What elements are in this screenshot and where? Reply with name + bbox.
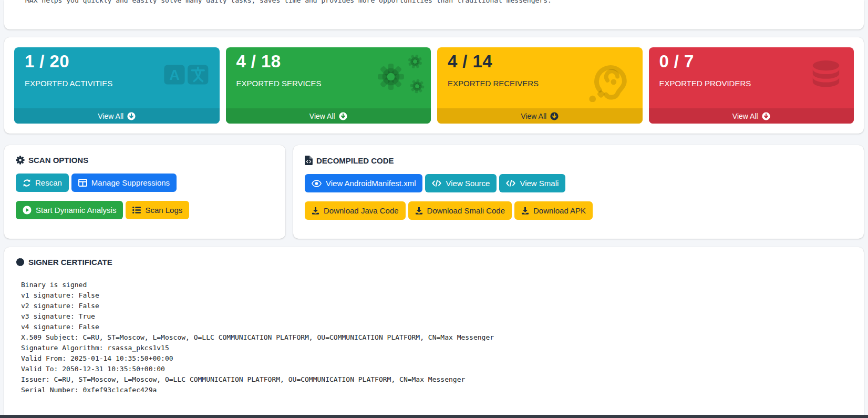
exported-activities-box: 1 / 20 EXPORTED ACTIVITIES A (14, 47, 220, 124)
exported-services-box: 4 / 18 EXPORTED SERVICES View All (226, 47, 431, 124)
certificate-icon (16, 258, 25, 267)
certificate-line: Binary is signed (21, 280, 852, 290)
assistive-listening-icon (586, 56, 632, 104)
certificate-details: Binary is signed v1 signature: False v2 … (21, 280, 852, 395)
button-label: Manage Suppressions (91, 178, 170, 187)
certificate-line: v4 signature: False (21, 322, 852, 332)
code-icon (506, 180, 515, 187)
eye-icon (312, 180, 322, 187)
button-row: Download Java Code Download Smali Code D… (305, 201, 852, 220)
view-all-receivers-link[interactable]: View All (437, 108, 643, 124)
certificate-line: Valid To: 2050-12-31 10:35:50+00:00 (21, 364, 852, 374)
button-row: View AndroidManifest.xml View Source Vie… (305, 174, 852, 192)
panel-title: SCAN OPTIONS (16, 156, 274, 165)
certificate-line: v3 signature: True (21, 311, 852, 322)
arrow-circle-down-icon (550, 112, 559, 120)
file-code-icon (305, 156, 313, 165)
certificate-line: Signature Algorithm: rsassa_pkcs1v15 (21, 343, 852, 353)
scan-logs-button[interactable]: Scan Logs (126, 201, 189, 219)
button-label: View Source (446, 179, 490, 188)
panel-title-text: DECOMPILED CODE (316, 156, 394, 165)
button-label: Start Dynamic Analysis (36, 206, 116, 215)
button-row: Rescan Manage Suppressions (16, 174, 274, 192)
button-label: View AndroidManifest.xml (326, 179, 416, 188)
language-icon: A (164, 62, 210, 89)
exported-components-card: 1 / 20 EXPORTED ACTIVITIES A (4, 37, 864, 134)
button-row: Start Dynamic Analysis Scan Logs (16, 201, 274, 219)
stat-row: 1 / 20 EXPORTED ACTIVITIES A (14, 47, 854, 124)
signer-certificate-panel: SIGNER CERTIFICATE Binary is signed v1 s… (4, 247, 864, 418)
view-all-label: View All (521, 112, 546, 120)
table-icon (78, 179, 87, 187)
database-icon (810, 58, 842, 96)
arrow-circle-down-icon (127, 112, 136, 120)
button-label: Download Java Code (324, 206, 399, 215)
view-all-activities-link[interactable]: View All (14, 108, 220, 124)
download-apk-button[interactable]: Download APK (514, 201, 593, 220)
decompiled-code-panel: DECOMPILED CODE View AndroidManifest.xml… (293, 145, 864, 239)
button-label: View Smali (520, 179, 559, 188)
panel-title: DECOMPILED CODE (305, 156, 852, 165)
view-source-button[interactable]: View Source (425, 174, 497, 192)
view-all-providers-link[interactable]: View All (649, 108, 854, 124)
download-icon (521, 207, 529, 215)
button-label: Download Smali Code (427, 206, 505, 215)
manage-suppressions-button[interactable]: Manage Suppressions (71, 174, 177, 192)
button-label: Rescan (35, 178, 62, 187)
exported-providers-box: 0 / 7 EXPORTED PROVIDERS View All (649, 47, 854, 124)
view-all-label: View All (732, 112, 758, 120)
app-description-card: MAX helps you quickly and easily solve m… (4, 0, 864, 29)
view-smali-button[interactable]: View Smali (499, 174, 565, 192)
button-label: Scan Logs (145, 206, 182, 215)
panel-title-text: SCAN OPTIONS (28, 156, 88, 165)
certificate-line: Serial Number: 0xfef93c1cafec429a (21, 385, 852, 395)
bottom-bar (0, 415, 868, 418)
download-icon (415, 207, 423, 215)
view-all-label: View All (309, 112, 335, 120)
gears-icon (370, 50, 426, 101)
options-row: SCAN OPTIONS Rescan (4, 145, 864, 239)
play-circle-icon (23, 206, 32, 215)
list-icon (132, 206, 141, 214)
certificate-line: v1 signature: False (21, 290, 852, 301)
arrow-circle-down-icon (762, 112, 770, 120)
gear-icon (16, 156, 25, 165)
panel-title: SIGNER CERTIFICATE (16, 258, 852, 267)
download-smali-code-button[interactable]: Download Smali Code (408, 201, 512, 220)
certificate-line: X.509 Subject: C=RU, ST=Moscow, L=Moscow… (21, 332, 852, 343)
exported-receivers-box: 4 / 14 EXPORTED RECEIVERS View All (437, 47, 643, 124)
certificate-line: Valid From: 2025-01-14 10:35:50+00:00 (21, 353, 852, 364)
code-icon (432, 180, 441, 187)
view-all-label: View All (98, 112, 123, 120)
app-description-text: MAX helps you quickly and easily solve m… (25, 0, 552, 5)
arrow-circle-down-icon (339, 112, 347, 120)
view-androidmanifest-button[interactable]: View AndroidManifest.xml (305, 174, 422, 192)
scan-options-panel: SCAN OPTIONS Rescan (4, 145, 285, 239)
certificate-line: Issuer: C=RU, ST=Moscow, L=Moscow, O=LLC… (21, 374, 852, 385)
panel-title-text: SIGNER CERTIFICATE (28, 258, 112, 267)
start-dynamic-analysis-button[interactable]: Start Dynamic Analysis (16, 201, 123, 219)
certificate-line: v2 signature: False (21, 301, 852, 311)
download-java-code-button[interactable]: Download Java Code (305, 201, 406, 220)
view-all-services-link[interactable]: View All (226, 108, 431, 124)
sync-icon (23, 179, 31, 187)
download-icon (312, 207, 319, 215)
svg-text:A: A (169, 67, 180, 83)
button-label: Download APK (533, 206, 586, 215)
rescan-button[interactable]: Rescan (16, 174, 69, 192)
static-analyzer-page: MAX helps you quickly and easily solve m… (0, 0, 868, 418)
